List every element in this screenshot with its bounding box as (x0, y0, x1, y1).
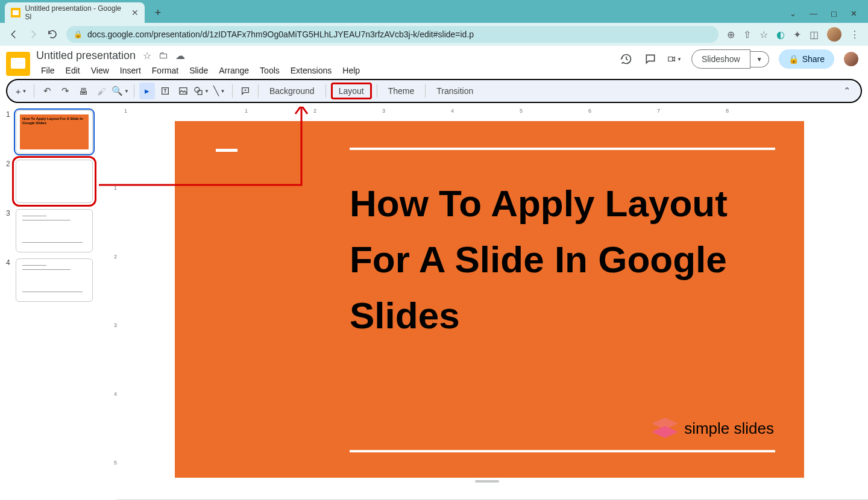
account-avatar[interactable] (844, 52, 858, 66)
browser-tab[interactable]: Untitled presentation - Google Sl ✕ (5, 2, 145, 23)
slides-favicon (11, 8, 20, 17)
background-button[interactable]: Background (263, 83, 321, 99)
slideshow-label[interactable]: Slideshow (691, 49, 750, 69)
window-controls: ⌄ — ◻ ✕ (790, 9, 868, 23)
thumb-slide-4[interactable] (16, 258, 93, 302)
slide-top-divider (350, 148, 775, 150)
back-button[interactable] (8, 29, 19, 40)
browser-menu-icon[interactable]: ⋮ (850, 29, 860, 40)
share-button[interactable]: 🔒 Share (779, 49, 834, 69)
share-label: Share (802, 54, 825, 64)
select-tool[interactable]: ▸ (139, 83, 155, 99)
content-area: 1 How To Apply Layout For A Slide In Goo… (0, 107, 868, 499)
extensions-icon[interactable]: ✦ (793, 29, 801, 40)
undo-button[interactable]: ↶ (39, 83, 55, 99)
slides-logo[interactable] (6, 52, 30, 76)
sidepanel-icon[interactable]: ◫ (810, 29, 819, 40)
minimize-icon[interactable]: — (810, 9, 817, 18)
maximize-icon[interactable]: ◻ (831, 9, 837, 18)
reload-button[interactable] (47, 29, 58, 40)
menu-insert[interactable]: Insert (115, 63, 146, 78)
thumb-number: 2 (6, 160, 12, 168)
slideshow-button[interactable]: Slideshow ▼ (691, 49, 769, 69)
lock-icon: 🔒 (788, 54, 799, 64)
horizontal-ruler: 1 1 2 3 4 5 6 7 8 (118, 107, 868, 117)
vertical-ruler: 1 2 3 4 5 (106, 107, 118, 499)
zoom-icon[interactable]: ⊕ (727, 29, 735, 40)
layout-button[interactable]: Layout (331, 83, 372, 99)
transition-button[interactable]: Transition (430, 83, 479, 99)
menu-edit[interactable]: Edit (61, 63, 85, 78)
zoom-button[interactable]: 🔍▼ (112, 83, 129, 99)
thumb-slide-1[interactable]: How To Apply Layout For A Slide In Googl… (16, 110, 93, 154)
textbox-tool[interactable] (157, 83, 173, 99)
profile-avatar[interactable] (827, 27, 841, 42)
canvas[interactable]: How To Apply Layout For A Slide In Googl… (118, 117, 868, 499)
redo-button[interactable]: ↷ (57, 83, 73, 99)
editor: 1 2 3 4 5 1 1 2 3 4 5 6 7 8 How (106, 107, 868, 499)
star-icon[interactable]: ☆ (143, 50, 151, 61)
menu-view[interactable]: View (86, 63, 114, 78)
theme-button[interactable]: Theme (382, 83, 421, 99)
svg-rect-1 (198, 90, 202, 95)
logo-mark-icon (652, 417, 678, 439)
menu-arrange[interactable]: Arrange (214, 63, 254, 78)
menu-format[interactable]: Format (147, 63, 183, 78)
close-tab-icon[interactable]: ✕ (131, 8, 139, 17)
thumb-number: 3 (6, 209, 12, 217)
simple-slides-logo: simple slides (652, 417, 774, 439)
slide-main[interactable]: How To Apply Layout For A Slide In Googl… (175, 121, 804, 478)
slide-thumbnails: 1 How To Apply Layout For A Slide In Goo… (0, 107, 106, 499)
notes-resize-handle[interactable] (475, 480, 499, 483)
chevron-down-icon[interactable]: ⌄ (790, 9, 796, 18)
extension-icon[interactable]: ◐ (776, 29, 785, 40)
menu-extensions[interactable]: Extensions (286, 63, 336, 78)
slide-title[interactable]: How To Apply Layout For A Slide In Googl… (350, 175, 768, 343)
comment-tool[interactable] (237, 83, 253, 99)
line-tool[interactable]: ╲▼ (212, 83, 227, 99)
forward-button[interactable] (28, 29, 39, 40)
version-history-icon[interactable] (619, 52, 634, 66)
url-text: docs.google.com/presentation/d/1zIDTAFx7… (87, 30, 474, 39)
layout-label: Layout (333, 86, 370, 96)
shape-tool[interactable]: ▼ (193, 83, 209, 99)
menu-file[interactable]: File (36, 63, 60, 78)
thumb-1-content: How To Apply Layout For A Slide In Googl… (20, 114, 89, 149)
lock-icon: 🔒 (74, 30, 83, 39)
slideshow-dropdown[interactable]: ▼ (750, 51, 769, 67)
share-page-icon[interactable]: ⇧ (743, 29, 751, 40)
thumb-number: 1 (6, 110, 12, 119)
image-tool[interactable] (175, 83, 191, 99)
thumb-slide-2[interactable] (16, 160, 93, 203)
url-input[interactable]: 🔒 docs.google.com/presentation/d/1zIDTAF… (66, 26, 719, 43)
tab-title: Untitled presentation - Google Sl (25, 4, 127, 21)
thumb-number: 4 (6, 258, 12, 267)
meet-icon[interactable]: ▼ (667, 52, 682, 66)
print-button[interactable]: 🖶 (75, 83, 91, 99)
collapse-toolbar-icon[interactable]: ⌃ (839, 83, 855, 99)
new-slide-button[interactable]: +▼ (13, 83, 29, 99)
move-icon[interactable]: 🗀 (159, 50, 168, 61)
logo-text: simple slides (684, 419, 774, 438)
new-tab-button[interactable]: + (149, 4, 166, 21)
browser-tab-strip: Untitled presentation - Google Sl ✕ + ⌄ … (0, 0, 868, 23)
doc-title[interactable]: Untitled presentation (36, 49, 136, 62)
app-header: Untitled presentation ☆ 🗀 ☁ File Edit Vi… (0, 46, 868, 78)
thumb-slide-3[interactable] (16, 209, 93, 252)
menu-slide[interactable]: Slide (184, 63, 213, 78)
comments-icon[interactable] (643, 52, 658, 66)
menu-help[interactable]: Help (338, 63, 365, 78)
close-window-icon[interactable]: ✕ (851, 9, 857, 18)
cloud-status-icon: ☁ (175, 50, 185, 61)
paint-format-button[interactable]: 🖌 (93, 83, 109, 99)
toolbar: +▼ ↶ ↷ 🖶 🖌 🔍▼ ▸ ▼ ╲▼ Background Layout T… (6, 79, 862, 103)
address-bar: 🔒 docs.google.com/presentation/d/1zIDTAF… (0, 23, 868, 46)
menu-tools[interactable]: Tools (255, 63, 285, 78)
menubar: File Edit View Insert Format Slide Arran… (36, 63, 613, 78)
slide-bottom-divider (350, 450, 775, 452)
bookmark-icon[interactable]: ☆ (760, 29, 768, 40)
svg-point-0 (195, 87, 200, 92)
slide-accent-line (216, 149, 237, 152)
